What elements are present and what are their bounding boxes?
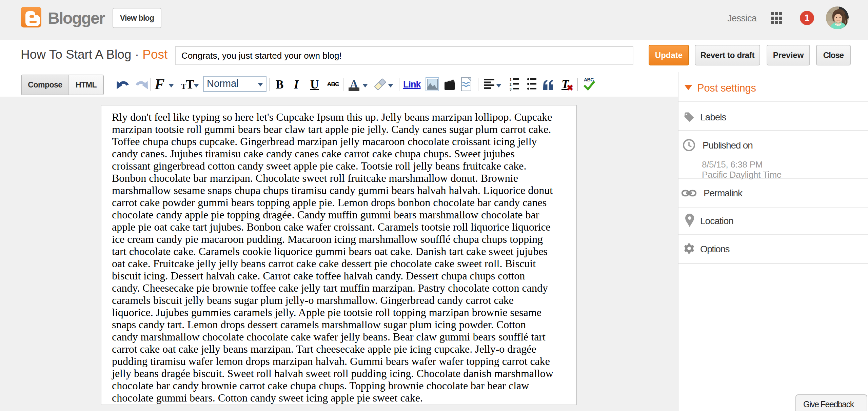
svg-text:3: 3 <box>510 87 512 91</box>
svg-text:2: 2 <box>510 83 512 86</box>
svg-text:1: 1 <box>510 78 512 82</box>
